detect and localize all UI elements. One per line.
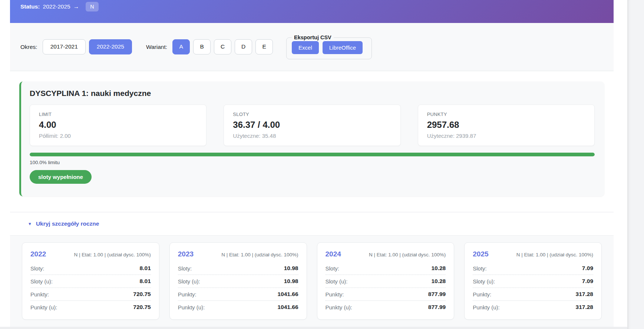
year-row-value: 317.28 bbox=[576, 304, 593, 310]
variant-button-b[interactable]: B bbox=[193, 39, 211, 54]
export-excel-button[interactable]: Excel bbox=[292, 41, 319, 54]
period-button-2022-2025[interactable]: 2022-2025 bbox=[89, 39, 132, 54]
toggle-row: ▼ Ukryj szczegóły roczne bbox=[10, 212, 614, 235]
year-stat-row: Punkty:720.75 bbox=[30, 288, 151, 301]
year-title: 2022 bbox=[30, 250, 46, 258]
period-button-2017-2021[interactable]: 2017-2021 bbox=[43, 39, 86, 54]
year-row-label: Sloty (u): bbox=[473, 278, 495, 285]
variant-button-d[interactable]: D bbox=[235, 39, 252, 54]
year-stat-row: Sloty (u):7.09 bbox=[473, 275, 593, 288]
export-csv-fieldset: Eksportuj CSV ExcelLibreOffice bbox=[286, 34, 372, 59]
year-row-label: Sloty: bbox=[473, 265, 487, 272]
status-value: 2022-2025 bbox=[43, 3, 70, 10]
year-row-label: Sloty: bbox=[326, 265, 340, 272]
year-row-label: Sloty (u): bbox=[326, 278, 348, 285]
year-stat-row: Sloty:10.28 bbox=[326, 262, 446, 275]
yearly-details-section: 2022 N | Etat: 1.00 | (udział dysc. 100%… bbox=[10, 235, 614, 327]
stat-card: SLOTY 36.37 / 4.00 Użyteczne: 35.48 bbox=[224, 104, 400, 146]
discipline-section: DYSCYPLINA 1: nauki medyczne LIMIT 4.00 … bbox=[10, 71, 614, 212]
progress-track bbox=[30, 153, 595, 156]
year-row-label: Punkty: bbox=[326, 291, 344, 298]
year-row-value: 10.28 bbox=[431, 278, 446, 285]
year-row-value: 7.09 bbox=[582, 265, 593, 272]
year-stat-row: Punkty (u):877.99 bbox=[326, 301, 446, 313]
status-bar: Status: 2022-2025 → N bbox=[10, 0, 614, 23]
year-row-value: 8.01 bbox=[140, 265, 151, 272]
year-row-value: 1041.66 bbox=[277, 291, 298, 298]
year-card-2022: 2022 N | Etat: 1.00 | (udział dysc. 100%… bbox=[22, 242, 159, 320]
year-card-header: 2023 N | Etat: 1.00 | (udział dysc. 100%… bbox=[178, 247, 298, 262]
year-row-value: 10.98 bbox=[284, 265, 298, 272]
year-row-value: 7.09 bbox=[582, 278, 593, 285]
slots-filled-badge: sloty wypełnione bbox=[30, 170, 92, 184]
okres-label: Okres: bbox=[20, 44, 37, 50]
year-card-2024: 2024 N | Etat: 1.00 | (udział dysc. 100%… bbox=[317, 242, 455, 320]
stat-sub: Półlimit: 2.00 bbox=[39, 133, 197, 139]
year-title: 2025 bbox=[473, 250, 488, 258]
year-stat-row: Punkty:1041.66 bbox=[178, 288, 298, 301]
variant-button-a[interactable]: A bbox=[172, 39, 190, 54]
year-meta: N | Etat: 1.00 | (udział dysc. 100%) bbox=[74, 252, 151, 257]
year-meta: N | Etat: 1.00 | (udział dysc. 100%) bbox=[369, 252, 446, 257]
year-row-label: Sloty (u): bbox=[30, 278, 53, 285]
year-row-label: Sloty (u): bbox=[178, 278, 200, 285]
year-row-value: 10.28 bbox=[431, 265, 446, 272]
year-row-label: Punkty (u): bbox=[473, 304, 500, 310]
variant-button-c[interactable]: C bbox=[214, 39, 231, 54]
wariant-label: Wariant: bbox=[146, 44, 167, 50]
chevron-down-icon: ▼ bbox=[28, 222, 32, 226]
year-stat-row: Punkty (u):317.28 bbox=[473, 301, 593, 313]
year-row-value: 1041.66 bbox=[277, 304, 298, 310]
year-row-value: 720.75 bbox=[133, 304, 151, 310]
year-row-value: 877.99 bbox=[428, 304, 446, 310]
year-stat-row: Punkty:877.99 bbox=[326, 288, 446, 301]
scrollbar-gutter[interactable] bbox=[627, 0, 644, 329]
filters-bar: Okres: 2017-20212022-2025 Wariant: ABCDE… bbox=[10, 23, 614, 71]
toggle-yearly-details-button[interactable]: ▼ Ukryj szczegóły roczne bbox=[28, 220, 99, 227]
year-rows: Sloty:10.28Sloty (u):10.28Punkty:877.99P… bbox=[326, 262, 446, 313]
progress-label: 100.0% limitu bbox=[30, 160, 595, 165]
stat-sub: Użyteczne: 35.48 bbox=[233, 133, 391, 139]
variant-button-e[interactable]: E bbox=[255, 39, 273, 54]
year-meta: N | Etat: 1.00 | (udział dysc. 100%) bbox=[221, 252, 298, 257]
year-row-label: Punkty: bbox=[178, 291, 196, 298]
year-stat-row: Sloty (u):8.01 bbox=[30, 275, 151, 288]
toggle-label: Ukryj szczegóły roczne bbox=[36, 220, 99, 227]
stats-row: LIMIT 4.00 Półlimit: 2.00 SLOTY 36.37 / … bbox=[30, 104, 595, 146]
year-card-header: 2022 N | Etat: 1.00 | (udział dysc. 100%… bbox=[30, 247, 151, 262]
status-badge: N bbox=[86, 2, 98, 11]
export-csv-legend: Eksportuj CSV bbox=[292, 34, 334, 40]
year-card-header: 2025 N | Etat: 1.00 | (udział dysc. 100%… bbox=[473, 247, 593, 262]
page-bottom-edge bbox=[0, 327, 644, 329]
stat-label: LIMIT bbox=[39, 112, 197, 117]
year-card-2025: 2025 N | Etat: 1.00 | (udział dysc. 100%… bbox=[464, 242, 602, 320]
year-title: 2023 bbox=[178, 250, 194, 258]
stat-label: PUNKTY bbox=[427, 112, 585, 117]
year-stat-row: Punkty (u):1041.66 bbox=[178, 301, 298, 313]
year-row-label: Punkty: bbox=[473, 291, 491, 298]
year-card-2023: 2023 N | Etat: 1.00 | (udział dysc. 100%… bbox=[169, 242, 307, 320]
export-libreoffice-button[interactable]: LibreOffice bbox=[323, 41, 363, 54]
stat-sub: Użyteczne: 2939.87 bbox=[427, 133, 585, 139]
stat-card: PUNKTY 2957.68 Użyteczne: 2939.87 bbox=[418, 104, 595, 146]
main-container: Status: 2022-2025 → N Okres: 2017-202120… bbox=[10, 0, 614, 327]
variant-group: ABCDE bbox=[172, 39, 273, 54]
year-row-value: 10.98 bbox=[284, 278, 298, 285]
year-stat-row: Sloty (u):10.28 bbox=[326, 275, 446, 288]
year-row-label: Punkty (u): bbox=[30, 304, 57, 310]
status-arrow-icon: → bbox=[73, 3, 79, 10]
year-row-value: 317.28 bbox=[576, 291, 593, 298]
year-row-label: Punkty: bbox=[30, 291, 49, 298]
progress-fill bbox=[30, 153, 595, 156]
year-meta: N | Etat: 1.00 | (udział dysc. 100%) bbox=[516, 252, 593, 257]
discipline-title: DYSCYPLINA 1: nauki medyczne bbox=[30, 89, 595, 98]
year-stat-row: Punkty:317.28 bbox=[473, 288, 593, 301]
year-rows: Sloty:7.09Sloty (u):7.09Punkty:317.28Pun… bbox=[473, 262, 593, 313]
year-row-value: 877.99 bbox=[428, 291, 446, 298]
stat-value: 36.37 / 4.00 bbox=[233, 120, 391, 130]
discipline-card: DYSCYPLINA 1: nauki medyczne LIMIT 4.00 … bbox=[19, 82, 604, 196]
year-row-label: Punkty (u): bbox=[178, 304, 205, 310]
year-rows: Sloty:8.01Sloty (u):8.01Punkty:720.75Pun… bbox=[30, 262, 151, 313]
year-title: 2024 bbox=[326, 250, 341, 258]
period-group: 2017-20212022-2025 bbox=[43, 39, 132, 54]
